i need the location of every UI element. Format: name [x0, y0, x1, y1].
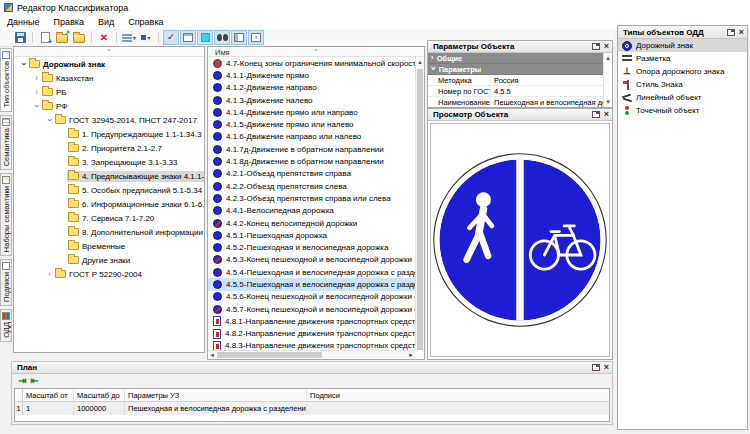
tree-item-label-group[interactable]: ГОСТ 32945-2014, ПНСТ 247-2017: [54, 115, 200, 126]
tree-expand-icon[interactable]: ›: [32, 73, 41, 83]
open-button[interactable]: [54, 30, 70, 45]
tree-item-label-group[interactable]: РФ: [41, 101, 70, 112]
param-value[interactable]: Россия: [490, 75, 603, 85]
menu-item[interactable]: Данные: [0, 15, 47, 29]
param-row[interactable]: Номер по ГОСТ4.5.5: [428, 86, 603, 97]
tree-item[interactable]: Другие знаки: [14, 253, 204, 267]
undock-icon[interactable]: [592, 111, 600, 118]
param-value[interactable]: 4.5.5: [490, 86, 603, 96]
tree-item[interactable]: 4. Предписывающие знаки 4.1.1-4.8.3: [14, 169, 204, 183]
sign-list-item[interactable]: 4.1.1-Движение прямо: [208, 69, 415, 81]
sign-list-item[interactable]: 4.5.6-Конец пешеходной и велосипедной до…: [208, 291, 415, 303]
sign-list-item[interactable]: 4.1.6-Движение направо или налево: [208, 131, 415, 143]
check-toggle-button[interactable]: ✓: [163, 30, 179, 45]
sign-list-item[interactable]: 4.1.7д-Движение в обратном направлении: [208, 143, 415, 155]
tree-item-label-group[interactable]: Казахстан: [41, 73, 97, 84]
undock-icon[interactable]: [727, 29, 735, 36]
list-view-button[interactable]: ▾: [121, 30, 137, 45]
undock-icon[interactable]: [592, 43, 600, 50]
sign-list-item[interactable]: 4.5.1-Пешеходная дорожка: [208, 229, 415, 241]
tree-item[interactable]: ›РБ: [14, 85, 204, 99]
sign-list-item[interactable]: 4.2.3-Объезд препятствия справа или слев…: [208, 192, 415, 204]
color-toggle-button[interactable]: [197, 30, 213, 45]
column-header[interactable]: Масштаб до: [74, 389, 125, 402]
side-panel-toggle-button[interactable]: [231, 30, 247, 45]
odd-type-item[interactable]: Линейный объект: [618, 91, 747, 104]
sign-list-item[interactable]: 4.7-Конец зоны ограничения минимальной с…: [208, 57, 415, 69]
style-button[interactable]: ▾: [138, 30, 154, 45]
tree-item[interactable]: 6. Информационные знаки 6.1-6.21.2: [14, 197, 204, 211]
sign-list-item[interactable]: 4.4.2-Конец велосипедной дорожки: [208, 217, 415, 229]
param-group-header[interactable]: ˅Параметры: [428, 64, 603, 75]
column-header[interactable]: Подписи: [307, 389, 609, 402]
tree-item-label-group[interactable]: Временные: [67, 241, 128, 252]
tree-item-label-group[interactable]: Дорожный знак: [28, 59, 108, 70]
menu-item[interactable]: Вид: [91, 15, 121, 29]
sign-list-item[interactable]: 4.8.2-Направление движения транспортных …: [208, 328, 415, 340]
sign-list-item[interactable]: 4.8.3-Направление движения транспортных …: [208, 340, 415, 350]
tree-expand-icon[interactable]: ›: [32, 87, 41, 97]
new-button[interactable]: [37, 30, 53, 45]
horizontal-scroll-thumb[interactable]: [217, 352, 322, 358]
labels-cell[interactable]: [307, 402, 609, 415]
text-panel-toggle-button[interactable]: [248, 30, 264, 45]
folder-button[interactable]: [71, 30, 87, 45]
tree-item-label-group[interactable]: ГОСТ Р 52290-2004: [54, 269, 145, 280]
sign-list-item[interactable]: 4.5.7-Конец пешеходной и велосипедной до…: [208, 303, 415, 315]
tree-item[interactable]: 1. Предупреждающие 1.1-1.34.3: [14, 127, 204, 141]
tree-item[interactable]: Временные: [14, 239, 204, 253]
param-row[interactable]: НаименованиеПешеходная и велосипедная до…: [428, 97, 603, 107]
delete-button[interactable]: ✕: [96, 30, 112, 45]
sign-list-item[interactable]: 4.1.2-Движение направо: [208, 82, 415, 94]
horizontal-scrollbar[interactable]: ◄ ►: [208, 350, 415, 359]
tree-item-label-group[interactable]: РБ: [41, 87, 70, 98]
odd-type-item[interactable]: Дорожный знак: [618, 39, 747, 52]
tree-item-label-group[interactable]: 5. Особых предписаний 5.1-5.34: [67, 185, 204, 196]
sign-list-item[interactable]: 4.5.2-Пешеходная и велосипедная дорожка: [208, 241, 415, 253]
menu-item[interactable]: Справка: [121, 15, 170, 29]
tree-item-label-group[interactable]: 1. Предупреждающие 1.1-1.34.3: [67, 129, 204, 140]
sign-list-item[interactable]: 4.1.3-Движение налево: [208, 94, 415, 106]
tree-item[interactable]: 7. Сервиса 7.1-7.20: [14, 211, 204, 225]
scroll-down-icon[interactable]: ▼: [604, 98, 612, 106]
tree-item[interactable]: ›Казахстан: [14, 71, 204, 85]
sign-list-item[interactable]: 4.1.5-Движение прямо или налево: [208, 118, 415, 130]
tree-column-header[interactable]: ^: [14, 47, 204, 57]
panel-toggle-button[interactable]: [180, 30, 196, 45]
tree-item[interactable]: 8. Дополнительной информации 8.1.1-8.24: [14, 225, 204, 239]
tree-item-label-group[interactable]: 2. Приоритета 2.1-2.7: [67, 143, 165, 154]
sign-list-item[interactable]: 4.1.8д-Движение в обратном направлении: [208, 155, 415, 167]
params-scrollbar[interactable]: ▲ ▼: [603, 53, 612, 107]
plan-table-row[interactable]: 111000000Пешеходная и велосипедная дорож…: [15, 402, 609, 415]
tree-item[interactable]: 3. Запрещающие 3.1-3.33: [14, 155, 204, 169]
tree-item[interactable]: ›РФ: [14, 99, 204, 113]
sign-list-item[interactable]: 4.2.1-Объезд препятствия справа: [208, 168, 415, 180]
sign-list-item[interactable]: 4.4.1-Велосипедная дорожка: [208, 205, 415, 217]
search-toggle-button[interactable]: [214, 30, 230, 45]
tree-expand-icon[interactable]: ›: [32, 101, 41, 111]
close-icon[interactable]: ×: [604, 364, 609, 371]
params-cell[interactable]: Пешеходная и велосипедная дорожка с разд…: [125, 402, 307, 415]
odd-type-item[interactable]: Точечный объект: [618, 104, 747, 117]
scale-to-cell[interactable]: 1000000: [74, 402, 125, 415]
tree-expand-icon[interactable]: ›: [45, 269, 54, 279]
odd-type-item[interactable]: Опора дорожного знака: [618, 65, 747, 78]
odd-type-item[interactable]: Разметка: [618, 52, 747, 65]
tree-item[interactable]: 2. Приоритета 2.1-2.7: [14, 141, 204, 155]
scroll-left-icon[interactable]: ◄: [209, 351, 215, 359]
vertical-scroll-thumb[interactable]: [417, 69, 423, 350]
undock-icon[interactable]: [592, 364, 600, 371]
scroll-up-icon[interactable]: ▲: [416, 58, 424, 66]
tree-item-label-group[interactable]: 4. Предписывающие знаки 4.1.1-4.8.3: [67, 171, 204, 182]
tree-item-label-group[interactable]: 8. Дополнительной информации 8.1.1-8.24: [67, 227, 204, 238]
side-tab[interactable]: Тип объектов: [0, 48, 12, 112]
side-tab[interactable]: ОДД: [0, 309, 12, 342]
sign-list-item[interactable]: 4.2.2-Объезд препятствия слева: [208, 180, 415, 192]
sign-list-item[interactable]: 4.8.1-Направление движения транспортных …: [208, 315, 415, 327]
side-tab[interactable]: Семантика: [0, 115, 12, 170]
tree-item[interactable]: 5. Особых предписаний 5.1-5.34: [14, 183, 204, 197]
param-value[interactable]: Пешеходная и велосипедная дорожка с ...: [490, 97, 603, 107]
param-group-header[interactable]: ›Общие: [428, 53, 603, 64]
scale-from-cell[interactable]: 1: [23, 402, 74, 415]
insert-row-button[interactable]: ⇥: [18, 375, 26, 386]
